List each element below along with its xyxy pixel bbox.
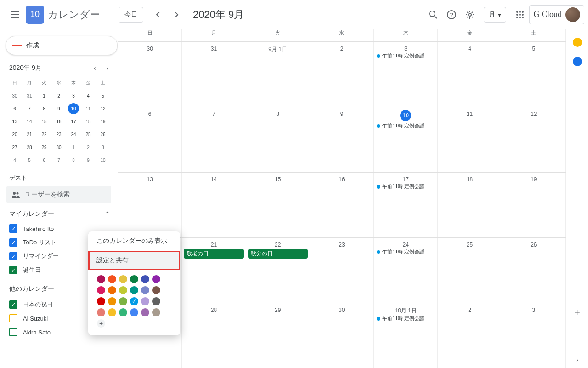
account-button[interactable]: G Cloud (529, 5, 584, 24)
grid-cell[interactable]: 30 (310, 303, 374, 368)
event-item[interactable]: 午前11時 定例会議 (375, 248, 436, 256)
mini-cal-day[interactable]: 4 (7, 154, 22, 167)
apps-icon[interactable] (511, 6, 529, 24)
mini-cal-day[interactable]: 16 (51, 115, 66, 128)
view-select[interactable]: 月▾ (484, 7, 506, 23)
color-swatch[interactable] (108, 286, 116, 294)
grid-cell[interactable]: 19 (502, 172, 566, 237)
color-swatch[interactable] (97, 286, 105, 294)
calendar-checkbox[interactable]: ✓ (9, 300, 17, 309)
grid-cell[interactable]: 25 (438, 238, 502, 303)
grid-cell[interactable]: 10月 1日午前11時 定例会議 (374, 303, 438, 368)
next-month-button[interactable] (167, 6, 186, 24)
help-icon[interactable]: ? (442, 6, 461, 24)
mini-next-button[interactable]: › (101, 62, 114, 75)
mini-cal-day[interactable]: 19 (96, 115, 110, 128)
grid-cell[interactable]: 17午前11時 定例会議 (374, 172, 438, 237)
mini-cal-day[interactable]: 5 (96, 89, 110, 102)
color-swatch[interactable] (141, 275, 149, 283)
grid-cell[interactable]: 3午前11時 定例会議 (374, 42, 438, 107)
grid-cell[interactable]: 6 (118, 107, 182, 172)
calendar-checkbox[interactable] (9, 328, 17, 336)
mini-cal-day[interactable]: 7 (51, 154, 66, 167)
collapse-rail-icon[interactable]: › (576, 356, 578, 368)
grid-cell[interactable]: 8 (246, 107, 310, 172)
color-swatch[interactable] (97, 275, 105, 283)
event-item[interactable]: 午前11時 定例会議 (375, 52, 436, 60)
mini-cal-day[interactable]: 30 (7, 89, 22, 102)
mini-cal-day[interactable]: 11 (81, 102, 96, 115)
color-swatch[interactable] (97, 308, 105, 316)
mini-cal-day[interactable]: 22 (37, 128, 51, 141)
mini-cal-day[interactable]: 7 (22, 102, 37, 115)
grid-cell[interactable]: 23 (310, 238, 374, 303)
color-swatch[interactable] (152, 286, 160, 294)
color-swatch[interactable] (141, 297, 149, 305)
color-swatch[interactable] (130, 275, 138, 283)
grid-cell[interactable]: 4 (438, 42, 502, 107)
grid-cell[interactable]: 2 (310, 42, 374, 107)
mini-prev-button[interactable]: ‹ (88, 62, 101, 75)
color-swatch[interactable] (108, 308, 116, 316)
my-calendars-header[interactable]: マイカレンダー ⌃ (0, 203, 118, 222)
color-swatch[interactable] (141, 308, 149, 316)
color-swatch[interactable] (119, 308, 127, 316)
mini-cal-day[interactable]: 9 (81, 154, 96, 167)
mini-cal-day[interactable]: 21 (22, 128, 37, 141)
grid-cell[interactable]: 26 (502, 238, 566, 303)
mini-cal-day[interactable]: 2 (51, 89, 66, 102)
grid-cell[interactable]: 11 (438, 107, 502, 172)
settings-icon[interactable] (461, 6, 479, 24)
grid-cell[interactable]: 21敬老の日 (182, 238, 246, 303)
color-swatch[interactable] (152, 275, 160, 283)
event-item[interactable]: 午前11時 定例会議 (375, 122, 436, 130)
color-swatch[interactable]: ✓ (130, 297, 138, 305)
mini-cal-day[interactable]: 25 (81, 128, 96, 141)
settings-and-sharing[interactable]: 設定と共有 (88, 251, 180, 270)
grid-cell[interactable]: 15 (246, 172, 310, 237)
prev-month-button[interactable] (149, 6, 167, 24)
calendar-checkbox[interactable] (9, 314, 17, 322)
color-swatch[interactable] (141, 286, 149, 294)
mini-cal-day[interactable]: 6 (7, 102, 22, 115)
event-item[interactable]: 午前11時 定例会議 (375, 183, 436, 190)
calendar-checkbox[interactable]: ✓ (9, 252, 17, 260)
mini-cal-day[interactable]: 15 (37, 115, 51, 128)
grid-cell[interactable]: 9月 1日 (246, 42, 310, 107)
grid-cell[interactable]: 22秋分の日 (246, 238, 310, 303)
mini-cal-day[interactable]: 27 (7, 141, 22, 154)
create-button[interactable]: 作成 (6, 36, 118, 55)
hamburger-icon[interactable] (4, 4, 26, 26)
color-swatch[interactable] (108, 275, 116, 283)
grid-cell[interactable]: 3 (502, 303, 566, 368)
calendar-checkbox[interactable]: ✓ (9, 266, 17, 274)
calendar-checkbox[interactable]: ✓ (9, 238, 17, 247)
grid-cell[interactable]: 12 (502, 107, 566, 172)
grid-cell[interactable]: 10午前11時 定例会議 (374, 107, 438, 172)
mini-cal-day[interactable]: 2 (81, 141, 96, 154)
color-swatch[interactable] (119, 297, 127, 305)
add-addon-icon[interactable]: + (574, 306, 580, 346)
mini-cal-day[interactable]: 31 (22, 89, 37, 102)
grid-cell[interactable]: 29 (246, 303, 310, 368)
calendar-checkbox[interactable]: ✓ (9, 224, 17, 233)
mini-cal-day[interactable]: 17 (66, 115, 81, 128)
color-swatch[interactable] (119, 275, 127, 283)
mini-cal-day[interactable]: 12 (96, 102, 110, 115)
grid-cell[interactable]: 7 (182, 107, 246, 172)
mini-cal-day[interactable]: 10 (68, 103, 79, 114)
tasks-icon[interactable] (573, 57, 582, 66)
grid-cell[interactable]: 16 (310, 172, 374, 237)
mini-calendar[interactable]: 日月火水木金土303112345678910111213141516171819… (7, 76, 110, 167)
color-swatch[interactable] (130, 308, 138, 316)
keep-icon[interactable] (573, 38, 582, 47)
grid-cell[interactable]: 9 (310, 107, 374, 172)
mini-cal-day[interactable]: 18 (81, 115, 96, 128)
grid-cell[interactable]: 2 (438, 303, 502, 368)
mini-cal-day[interactable]: 3 (66, 89, 81, 102)
mini-cal-day[interactable]: 14 (22, 115, 37, 128)
mini-cal-day[interactable]: 8 (37, 102, 51, 115)
mini-cal-day[interactable]: 23 (51, 128, 66, 141)
grid-cell[interactable]: 30 (118, 42, 182, 107)
color-swatch[interactable] (152, 297, 160, 305)
